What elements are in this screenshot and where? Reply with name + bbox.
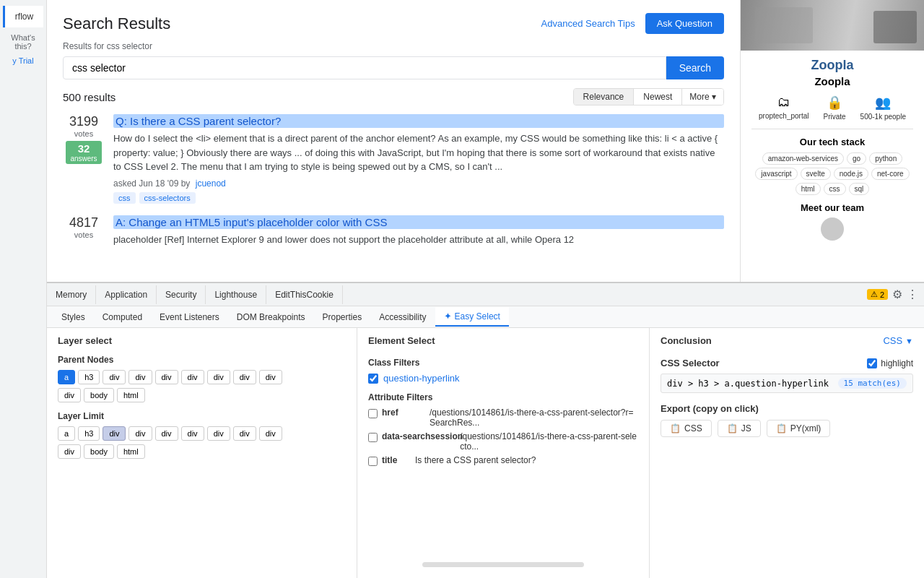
h-scrollbar[interactable] bbox=[422, 562, 584, 567]
question-excerpt: How do I select the <li> element that is… bbox=[113, 131, 724, 174]
votes-count-2: 4817 bbox=[69, 215, 98, 230]
subtab-properties[interactable]: Properties bbox=[313, 309, 370, 326]
limit-div-sel[interactable]: div bbox=[103, 426, 126, 441]
tab-security[interactable]: Security bbox=[157, 285, 206, 304]
question-content-2: A: Change an HTML5 input's placeholder c… bbox=[113, 215, 724, 251]
export-py-button[interactable]: 📋 PY(xml) bbox=[767, 420, 831, 437]
limit-h3[interactable]: h3 bbox=[78, 426, 100, 441]
answers-count: 32 bbox=[70, 142, 97, 155]
highlight-checkbox[interactable] bbox=[867, 358, 877, 368]
tech-tag-netcore[interactable]: net-core bbox=[871, 168, 910, 180]
table-row: 3199 votes 32 answers Q: Is there a CSS … bbox=[63, 114, 724, 204]
left-nav-panel: rflow What's this? y Trial bbox=[0, 0, 47, 578]
limit-div-3[interactable]: div bbox=[155, 426, 178, 441]
subtab-dom-breakpoints[interactable]: DOM Breakpoints bbox=[228, 309, 314, 326]
stat-proptech-label: proptech_portal bbox=[759, 112, 809, 120]
results-for-label: Results for css selector bbox=[63, 41, 724, 51]
sort-more[interactable]: More ▾ bbox=[682, 89, 723, 105]
nav-tab-rflow[interactable]: rflow bbox=[3, 6, 43, 27]
node-html[interactable]: html bbox=[117, 388, 145, 402]
limit-div-8[interactable]: div bbox=[58, 444, 81, 459]
question-excerpt-2: placeholder [Ref] Internet Explorer 9 an… bbox=[113, 233, 724, 247]
answers-label: answers bbox=[70, 155, 97, 163]
element-panel: Element Select Class Filters question-hy… bbox=[357, 328, 650, 578]
attr-href-checkbox[interactable] bbox=[368, 409, 378, 418]
attr-datasearch-name: data-searchsession bbox=[382, 431, 456, 441]
attr-title-checkbox[interactable] bbox=[368, 457, 378, 466]
subtab-easy-select[interactable]: ✦ Easy Select bbox=[435, 307, 509, 327]
search-results-area: Search Results Advanced Search Tips Ask … bbox=[47, 0, 740, 282]
search-button[interactable]: Search bbox=[666, 56, 724, 79]
question-tags: css css-selectors bbox=[113, 192, 724, 204]
attr-datasearch-checkbox[interactable] bbox=[368, 433, 378, 442]
limit-a[interactable]: a bbox=[58, 426, 75, 441]
tag-css-selectors[interactable]: css-selectors bbox=[139, 192, 196, 204]
page-title: Search Results bbox=[63, 14, 170, 33]
more-options-button[interactable]: ⋮ bbox=[907, 288, 918, 301]
trial-link[interactable]: y Trial bbox=[12, 56, 33, 65]
node-div-1[interactable]: div bbox=[103, 370, 126, 384]
export-js-button[interactable]: 📋 JS bbox=[718, 420, 761, 437]
limit-html[interactable]: html bbox=[117, 444, 145, 459]
votes-label-2: votes bbox=[74, 230, 93, 239]
node-div-8[interactable]: div bbox=[58, 388, 81, 402]
tech-tag-aws[interactable]: amazon-web-services bbox=[762, 152, 844, 165]
limit-div-5[interactable]: div bbox=[207, 426, 230, 441]
subtab-styles[interactable]: Styles bbox=[53, 309, 94, 326]
limit-div-2[interactable]: div bbox=[128, 426, 152, 441]
class-filter-checkbox[interactable] bbox=[368, 374, 378, 384]
subtab-computed[interactable]: Computed bbox=[94, 309, 151, 326]
tech-tag-svelte[interactable]: svelte bbox=[801, 168, 831, 180]
tech-tag-go[interactable]: go bbox=[847, 152, 866, 165]
tech-tag-python[interactable]: python bbox=[869, 152, 902, 165]
limit-body[interactable]: body bbox=[84, 444, 114, 459]
tab-memory[interactable]: Memory bbox=[47, 285, 96, 304]
conclusion-header: Conclusion CSS ▼ bbox=[661, 335, 913, 346]
node-div-3[interactable]: div bbox=[155, 370, 178, 384]
node-body[interactable]: body bbox=[84, 388, 114, 402]
question-title-link[interactable]: Q: Is there a CSS parent selector? bbox=[113, 114, 724, 128]
subtab-accessibility[interactable]: Accessibility bbox=[370, 309, 435, 326]
limit-div-4[interactable]: div bbox=[181, 426, 204, 441]
settings-icon-button[interactable]: ⚙ bbox=[892, 288, 902, 301]
tech-tag-sql[interactable]: sql bbox=[849, 183, 870, 195]
tab-lighthouse[interactable]: Lighthouse bbox=[206, 285, 266, 304]
export-css-button[interactable]: 📋 CSS bbox=[661, 420, 712, 437]
node-div-5[interactable]: div bbox=[207, 370, 230, 384]
css-dropdown[interactable]: CSS ▼ bbox=[883, 335, 913, 346]
tech-tag-html[interactable]: html bbox=[796, 183, 821, 195]
parent-nodes-grid: a h3 div div div div div div div bbox=[58, 370, 346, 384]
class-filter-name[interactable]: question-hyperlink bbox=[383, 373, 460, 384]
node-div-4[interactable]: div bbox=[181, 370, 204, 384]
advanced-search-link[interactable]: Advanced Search Tips bbox=[541, 18, 635, 29]
node-h3[interactable]: h3 bbox=[78, 370, 100, 384]
class-filter-row: question-hyperlink bbox=[368, 373, 638, 384]
tech-tag-javascript[interactable]: javascript bbox=[755, 168, 797, 180]
highlight-toggle: highlight bbox=[867, 358, 913, 368]
css-dropdown-label: CSS bbox=[883, 335, 902, 346]
node-div-7[interactable]: div bbox=[259, 370, 282, 384]
tab-application[interactable]: Application bbox=[96, 285, 157, 304]
ask-question-button[interactable]: Ask Question bbox=[645, 13, 724, 34]
limit-div-6[interactable]: div bbox=[233, 426, 256, 441]
tech-tag-nodejs[interactable]: node.js bbox=[834, 168, 868, 180]
warning-badge: ⚠ 2 bbox=[867, 289, 888, 300]
limit-div-7[interactable]: div bbox=[259, 426, 282, 441]
what-is-this[interactable]: What's this? bbox=[3, 33, 43, 51]
export-py-icon: 📋 bbox=[776, 423, 787, 434]
question-author[interactable]: jcuenod bbox=[196, 178, 226, 189]
tab-editthiscookie[interactable]: EditThisCookie bbox=[266, 285, 343, 304]
node-div-2[interactable]: div bbox=[128, 370, 152, 384]
zoopla-name: Zoopla bbox=[751, 75, 913, 87]
node-div-6[interactable]: div bbox=[233, 370, 256, 384]
sort-relevance[interactable]: Relevance bbox=[574, 89, 635, 105]
subtab-event-listeners[interactable]: Event Listeners bbox=[151, 309, 228, 326]
tech-tag-css[interactable]: css bbox=[824, 183, 846, 195]
node-a[interactable]: a bbox=[58, 370, 75, 384]
stat-people-icon: 👥 bbox=[860, 95, 906, 111]
search-input[interactable] bbox=[63, 56, 666, 79]
sort-newest[interactable]: Newest bbox=[634, 89, 682, 105]
question-title-link-2[interactable]: A: Change an HTML5 input's placeholder c… bbox=[113, 215, 724, 229]
tag-css[interactable]: css bbox=[113, 192, 136, 204]
easy-select-icon: ✦ bbox=[444, 311, 452, 322]
